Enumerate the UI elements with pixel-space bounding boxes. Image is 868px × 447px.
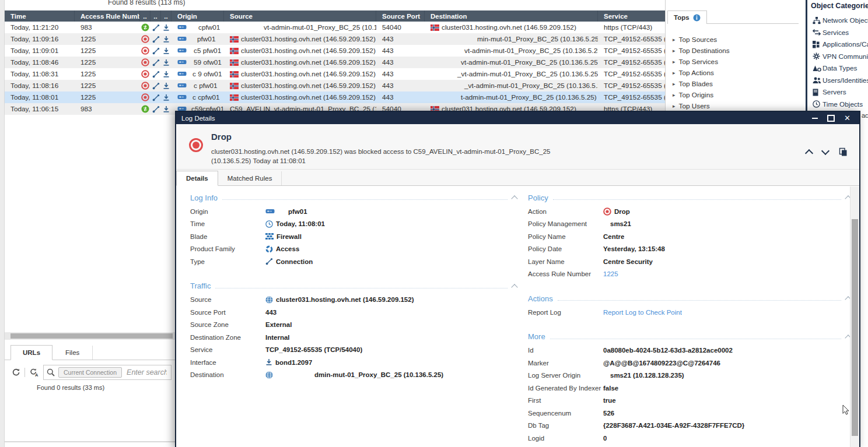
expand-arrow-icon[interactable]: ▸ <box>673 48 676 54</box>
detail-row: Sequencenum526 <box>528 407 850 420</box>
log-table-body: Today, 11:21:20 983 cpfw01 vt-admin-mut-… <box>5 22 665 115</box>
expand-arrow-icon[interactable]: ▸ <box>673 92 676 98</box>
previous-log-button[interactable] <box>805 149 813 157</box>
search-input[interactable] <box>125 368 168 377</box>
origin-name: pfw01 <box>197 35 215 43</box>
auto-refresh-icon[interactable]: A <box>29 368 39 377</box>
next-log-button[interactable] <box>821 146 830 154</box>
tops-list-item[interactable]: ▸Top Blades <box>673 78 803 89</box>
detail-row: Policy Managementsms21 <box>528 218 850 231</box>
col-header-destination[interactable]: Destination <box>425 10 598 22</box>
search-box[interactable]: Current Connection <box>43 365 172 380</box>
expand-arrow-icon[interactable]: ▸ <box>673 103 676 109</box>
gateway-icon <box>265 208 275 215</box>
scrollbar-thumb[interactable] <box>852 219 858 436</box>
inbound-arrow-icon <box>161 57 172 68</box>
norway-flag-icon <box>430 24 439 31</box>
log-table-row[interactable]: Today, 11:09:01 1225 c5 pfw01 cluster031… <box>5 45 665 57</box>
log-table-row[interactable]: Today, 11:08:16 1225 c pfw01 cluster031.… <box>5 80 665 91</box>
col-header-action[interactable]: .. <box>140 10 150 22</box>
search-icon[interactable] <box>47 368 55 376</box>
tops-list-item[interactable]: ▸Top Users <box>673 100 803 111</box>
col-header-source-port[interactable]: Source Port <box>376 10 425 22</box>
col-header-access-rule-number[interactable]: Access Rule Number <box>75 10 140 22</box>
current-connection-chip[interactable]: Current Connection <box>58 367 122 378</box>
tops-list-item[interactable]: ▸Top Destinations <box>673 45 803 56</box>
col-header-origin[interactable]: Origin <box>172 10 224 22</box>
col-header-service[interactable]: Service <box>598 10 665 22</box>
drop-action-icon <box>189 138 203 152</box>
object-category-item[interactable]: Users/Identities <box>807 75 868 87</box>
detail-row: Source ZoneExternal <box>190 319 517 332</box>
services-icon <box>813 29 822 36</box>
close-button[interactable]: ✕ <box>844 114 850 122</box>
log-table: Time Access Rule Number .. .. .. Origin … <box>5 10 665 115</box>
info-icon[interactable] <box>693 14 701 22</box>
source-name: cluster031.hosting.ovh.net (146.59.209.1… <box>241 70 376 78</box>
object-category-item[interactable]: Time Objects <box>807 98 868 111</box>
tab-matched-rules[interactable]: Matched Rules <box>218 171 282 185</box>
detail-row: Destination ZoneInternal <box>190 331 517 344</box>
network-objects-icon <box>813 17 822 24</box>
tops-list-item[interactable]: ▸Top Sources <box>673 34 803 45</box>
copy-icon[interactable] <box>839 147 848 156</box>
section-more: More Id0a8080eb-4024-5b12-63d3-a2812ace0… <box>528 332 850 445</box>
object-category-item[interactable]: VPN Communities <box>807 51 868 63</box>
col-header-type[interactable]: .. <box>150 10 161 22</box>
gateway-icon <box>177 71 187 78</box>
dialog-title-bar[interactable]: Log Details ✕ <box>176 112 859 124</box>
refresh-icon[interactable] <box>12 368 20 376</box>
scrollbar-thumb[interactable] <box>10 333 173 339</box>
col-header-time[interactable]: Time <box>5 10 75 22</box>
object-category-item[interactable]: Applications/Cate <box>807 38 868 51</box>
table-horizontal-scrollbar[interactable] <box>5 332 175 340</box>
accept-icon <box>140 103 150 115</box>
tops-list-item[interactable]: ▸Top Actions <box>673 67 803 78</box>
interface-icon <box>265 358 272 366</box>
expand-arrow-icon[interactable]: ▸ <box>673 37 676 43</box>
minimize-button[interactable] <box>812 118 818 119</box>
gateway-icon <box>177 59 187 66</box>
log-table-row[interactable]: Today, 11:09:16 1225 pfw01 cluster031.ho… <box>5 33 665 45</box>
destination-name: _vt-admin-mut-01_Proxy_BC_25 (10.136.5.2… <box>457 70 598 78</box>
tops-list-item[interactable]: ▸Top Services <box>673 56 803 67</box>
origin-name: c5 pfw01 <box>194 47 221 55</box>
servers-icon <box>813 89 822 96</box>
connection-icon <box>265 258 273 265</box>
destination-name: _vt-admin-mut-01_Proxy_BC_25 (10.136.5.2… <box>464 82 598 90</box>
dialog-scrollbar[interactable] <box>850 186 859 447</box>
col-header-source[interactable]: Source <box>224 10 376 22</box>
log-table-row[interactable]: Today, 11:08:46 1225 59 ofw01 cluster031… <box>5 57 665 68</box>
log-table-row[interactable]: Today, 11:08:31 1225 c 9 ofw01 cluster03… <box>5 68 665 80</box>
tab-urls[interactable]: URLs <box>10 345 52 360</box>
col-header-direction[interactable]: .. <box>161 10 172 22</box>
tops-list-item[interactable]: ▸Top Origins <box>673 89 803 100</box>
expand-arrow-icon[interactable]: ▸ <box>673 59 676 65</box>
object-categories-list: Network Objects Services Applications/Ca… <box>807 15 868 110</box>
object-category-item[interactable]: Servers <box>807 86 868 98</box>
log-table-row[interactable]: Today, 11:08:01 1225 c cpfw01 cluster031… <box>5 91 665 103</box>
expand-arrow-icon[interactable]: ▸ <box>673 81 676 87</box>
tab-tops[interactable]: Tops <box>667 10 707 24</box>
event-description: cluster031.hosting.ovh.net (146.59.209.1… <box>211 147 584 166</box>
drop-icon <box>140 33 150 45</box>
tab-files[interactable]: Files <box>52 346 93 360</box>
detail-row: Id0a8080eb-4024-5b12-63d3-a2812ace0002 <box>528 344 850 357</box>
detail-row: Marker@A@@B@1674809223@C@7264746 <box>528 357 850 369</box>
expand-arrow-icon[interactable]: ▸ <box>673 70 676 76</box>
log-table-row[interactable]: Today, 11:21:20 983 cpfw01 vt-admin-mut-… <box>5 22 665 33</box>
norway-flag-icon <box>230 48 239 54</box>
object-category-item[interactable]: Services <box>807 27 868 39</box>
collapse-icon[interactable] <box>511 195 517 202</box>
tab-details[interactable]: Details <box>176 171 218 186</box>
collapse-icon[interactable] <box>511 284 517 290</box>
connection-type-icon <box>150 45 161 57</box>
maximize-button[interactable] <box>827 115 835 122</box>
connection-type-icon <box>150 57 161 68</box>
object-category-item[interactable]: Data Types <box>807 62 868 75</box>
object-category-item[interactable]: Network Objects <box>807 15 868 27</box>
origin-name: c 9 ofw01 <box>192 70 222 78</box>
event-action: Drop <box>211 132 232 142</box>
detail-row: Originpfw01 <box>190 205 517 218</box>
gateway-icon <box>177 82 187 89</box>
